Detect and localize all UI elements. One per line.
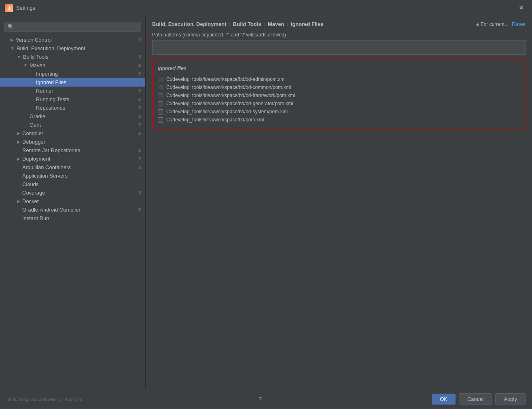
path-patterns-label: Path patterns (comma-separated, '*' and … <box>152 32 526 38</box>
arrow-icon: ▶ <box>17 140 20 144</box>
file-checkbox-1[interactable] <box>158 85 163 90</box>
apply-button[interactable]: Apply <box>495 393 526 405</box>
sidebar-item-clouds[interactable]: ▶ Clouds <box>0 180 145 189</box>
arrow-icon: ▼ <box>11 46 15 51</box>
sidebar-item-importing[interactable]: ▼ Importing ⊞ <box>0 70 145 78</box>
copy-icon: ⊞ <box>138 63 141 68</box>
arrow-icon: ▶ <box>17 199 20 203</box>
path-patterns-input[interactable] <box>152 40 526 55</box>
copy-icon: ⊞ <box>138 105 141 110</box>
sidebar-item-label: Version Control <box>16 37 52 43</box>
copy-icon: ⊞ <box>138 131 141 136</box>
window-title: Settings <box>16 5 35 11</box>
url-text: https://blog.csdn.net/weixin_44504146 <box>6 397 82 402</box>
sidebar-item-instant-run[interactable]: ▶ Instant Run <box>0 214 145 223</box>
file-item-5: C:/develop_tools/idea/workspace/bd/pom.x… <box>158 116 520 124</box>
file-checkbox-3[interactable] <box>158 101 163 106</box>
sidebar-item-gant[interactable]: ▼ Gant ⊞ <box>0 121 145 129</box>
breadcrumb-part-4: Ignored Files <box>291 21 324 27</box>
title-bar: J Settings ✕ <box>0 0 532 16</box>
sidebar-item-gradle[interactable]: ▼ Gradle ⊞ <box>0 112 145 121</box>
sidebar-item-debugger[interactable]: ▶ Debugger <box>0 138 145 146</box>
sidebar-item-label: Build, Execution, Deployment <box>17 45 85 51</box>
breadcrumb-part-1: Build, Execution, Deployment <box>152 21 226 27</box>
arrow-icon: ▼ <box>17 55 21 59</box>
ignored-files-title: Ignored files <box>158 65 520 71</box>
sidebar-item-compiler[interactable]: ▶ Compiler ⊞ <box>0 129 145 138</box>
copy-icon: ⊞ <box>138 148 141 153</box>
sidebar-item-runner[interactable]: ▼ Runner ⊞ <box>0 87 145 95</box>
sidebar-item-ignored-files[interactable]: ▼ Ignored Files ⊞ <box>0 78 145 87</box>
sidebar-item-gradle-android[interactable]: ▶ Gradle-Android Compiler ⊞ <box>0 206 145 214</box>
file-item-2: C:/develop_tools/idea/workspace/bd/bd-fr… <box>158 91 520 100</box>
breadcrumb-sep-2: › <box>264 21 265 27</box>
file-item-4: C:/develop_tools/idea/workspace/bd/bd-sy… <box>158 108 520 116</box>
copy-icon: ⊞ <box>138 190 141 195</box>
sidebar: ▶ Version Control ⊞ ▼ Build, Execution, … <box>0 16 146 389</box>
sidebar-item-running-tests[interactable]: ▼ Running Tests ⊞ <box>0 95 145 104</box>
file-checkbox-4[interactable] <box>158 109 163 114</box>
sidebar-item-docker[interactable]: ▶ Docker <box>0 197 145 206</box>
file-path-3: C:/develop_tools/idea/workspace/bd/bd-ge… <box>166 101 293 106</box>
sidebar-item-repositories[interactable]: ▼ Repositories ⊞ <box>0 104 145 112</box>
sidebar-item-label: Runner <box>36 88 53 94</box>
sidebar-item-label: Instant Run <box>22 215 49 221</box>
file-item-1: C:/develop_tools/idea/workspace/bd/bd-co… <box>158 83 520 91</box>
arrow-icon: ▶ <box>17 157 20 161</box>
content-body: Path patterns (comma-separated, '*' and … <box>146 32 532 389</box>
app-icon: J <box>5 4 13 12</box>
file-checkbox-2[interactable] <box>158 93 163 98</box>
copy-icon: ⊞ <box>138 97 141 102</box>
sidebar-item-label: Remote Jar Repositories <box>22 147 80 153</box>
sidebar-item-coverage[interactable]: ▶ Coverage ⊞ <box>0 189 145 197</box>
ok-button[interactable]: OK <box>432 394 456 405</box>
breadcrumb-actions: ⊞ For current... Reset <box>475 21 526 27</box>
cancel-button[interactable]: Cancel <box>459 393 492 405</box>
breadcrumb-sep-3: › <box>286 21 288 27</box>
sidebar-item-label: Docker <box>22 198 39 204</box>
content-area: Build, Execution, Deployment › Build Too… <box>146 16 532 389</box>
question-button[interactable]: ? <box>252 396 262 402</box>
sidebar-item-build-exec-deploy[interactable]: ▼ Build, Execution, Deployment <box>0 44 145 53</box>
file-item-3: C:/develop_tools/idea/workspace/bd/bd-ge… <box>158 100 520 108</box>
sidebar-item-build-tools[interactable]: ▼ Build Tools ⊞ <box>0 53 145 61</box>
sidebar-item-arquillian[interactable]: ▶ Arquillian Containers ⊞ <box>0 163 145 172</box>
sidebar-item-label: Maven <box>30 62 45 68</box>
breadcrumb-bar: Build, Execution, Deployment › Build Too… <box>146 16 532 32</box>
copy-icon: ⊞ <box>138 122 141 127</box>
breadcrumb: Build, Execution, Deployment › Build Too… <box>152 21 324 27</box>
breadcrumb-sep-1: › <box>229 21 230 27</box>
sidebar-item-label: Running Tests <box>36 96 69 102</box>
file-checkbox-0[interactable] <box>158 77 163 82</box>
breadcrumb-part-3: Maven <box>268 21 284 27</box>
sidebar-item-label: Clouds <box>22 181 38 187</box>
search-input[interactable] <box>4 22 141 32</box>
sidebar-item-remote-jar-repos[interactable]: ▶ Remote Jar Repositories ⊞ <box>0 146 145 155</box>
copy-icon: ⊞ <box>138 207 141 212</box>
copy-icon: ⊞ <box>138 156 141 161</box>
sidebar-item-label: Coverage <box>22 190 45 196</box>
copy-icon: ⊞ <box>138 80 141 85</box>
sidebar-item-label: Importing <box>36 71 58 77</box>
copy-icon: ⊞ <box>138 37 141 42</box>
file-path-2: C:/develop_tools/idea/workspace/bd/bd-fr… <box>166 93 295 98</box>
sidebar-item-version-control[interactable]: ▶ Version Control ⊞ <box>0 36 145 44</box>
file-path-1: C:/develop_tools/idea/workspace/bd/bd-co… <box>166 85 291 90</box>
sidebar-item-label: Application Servers <box>22 173 68 179</box>
sidebar-item-maven[interactable]: ▼ Maven ⊞ <box>0 61 145 70</box>
file-path-0: C:/develop_tools/idea/workspace/bd/bd-ad… <box>166 76 286 82</box>
arrow-icon: ▼ <box>23 63 28 68</box>
copy-icon: ⊞ <box>138 114 141 119</box>
sidebar-item-application-servers[interactable]: ▶ Application Servers <box>0 172 145 180</box>
annotation-arrow <box>146 35 152 68</box>
reset-button[interactable]: Reset <box>512 21 526 27</box>
ignored-files-box: Ignored files C:/develop_tools/idea/work… <box>152 59 526 129</box>
copy-icon: ⊞ <box>138 54 141 59</box>
close-button[interactable]: ✕ <box>515 2 527 13</box>
file-checkbox-5[interactable] <box>158 117 163 123</box>
sidebar-item-deployment[interactable]: ▶ Deployment ⊞ <box>0 155 145 163</box>
sidebar-item-label: Ignored Files <box>36 79 66 85</box>
file-item-0: C:/develop_tools/idea/workspace/bd/bd-ad… <box>158 75 520 83</box>
for-current-label: ⊞ For current... <box>475 21 509 27</box>
sidebar-item-label: Gradle <box>30 113 45 119</box>
